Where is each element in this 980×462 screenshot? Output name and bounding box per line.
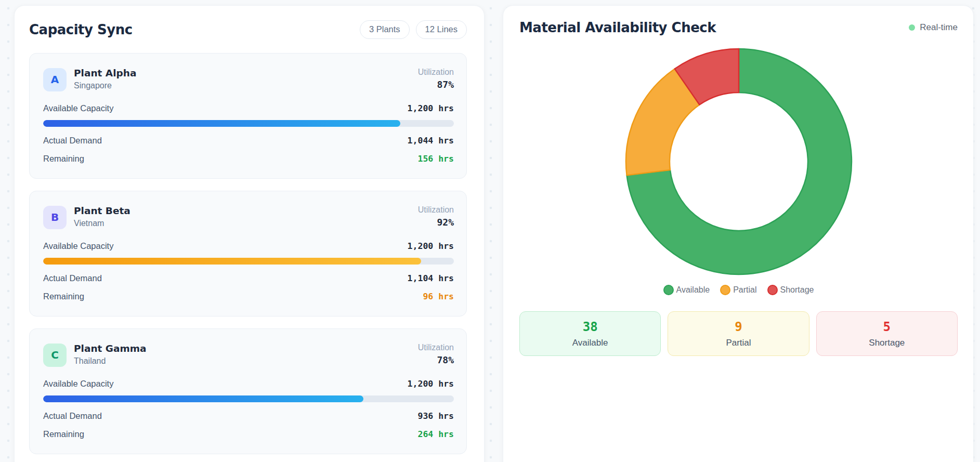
donut-chart[interactable] (619, 42, 858, 281)
remaining-row: Remaining 264 hrs (43, 429, 454, 439)
available-capacity-label: Available Capacity (43, 103, 113, 113)
available-capacity-label: Available Capacity (43, 379, 113, 389)
remaining-value: 264 hrs (417, 429, 454, 439)
plant-header: B Plant Beta Vietnam Utilization 92% (43, 205, 454, 229)
actual-demand-label: Actual Demand (43, 273, 102, 283)
legend-swatch-icon (663, 285, 674, 295)
utilization-progress-fill (43, 258, 421, 265)
availability-stats: 38 Available 9 Partial 5 Shortage (519, 311, 958, 356)
actual-demand-row: Actual Demand 1,044 hrs (43, 136, 454, 146)
plant-header: C Plant Gamma Thailand Utilization 78% (43, 343, 454, 367)
remaining-row: Remaining 156 hrs (43, 154, 454, 164)
material-availability-title: Material Availability Check (519, 20, 716, 35)
plant-name: Plant Gamma (74, 343, 147, 354)
shortage-stat-label: Shortage (869, 338, 905, 348)
plant-location: Thailand (74, 357, 147, 366)
utilization-label: Utilization (418, 343, 454, 352)
realtime-indicator: Real-time (909, 22, 958, 33)
utilization-label: Utilization (418, 205, 454, 215)
plant-identity: Plant Gamma Thailand (74, 343, 147, 366)
available-capacity-value: 1,200 hrs (408, 241, 454, 251)
plant-card-beta: B Plant Beta Vietnam Utilization 92% Ava… (29, 191, 467, 316)
lines-count-badge: 12 Lines (416, 20, 467, 39)
available-capacity-value: 1,200 hrs (408, 103, 454, 113)
chart-legend: AvailablePartialShortage (519, 285, 958, 295)
utilization-value: 87% (418, 79, 454, 90)
plant-avatar: B (43, 206, 67, 229)
plant-name: Plant Alpha (74, 68, 136, 78)
actual-demand-label: Actual Demand (43, 411, 102, 421)
plant-card-alpha: A Plant Alpha Singapore Utilization 87% … (29, 53, 467, 179)
remaining-label: Remaining (43, 429, 84, 439)
donut-chart-area (519, 42, 958, 281)
available-capacity-label: Available Capacity (43, 241, 113, 251)
stat-box-available: 38 Available (519, 311, 661, 356)
partial-stat-label: Partial (726, 338, 751, 348)
material-availability-header: Material Availability Check Real-time (519, 20, 958, 35)
utilization-block: Utilization 78% (418, 343, 454, 365)
utilization-block: Utilization 87% (418, 68, 454, 90)
available-capacity-row: Available Capacity 1,200 hrs (43, 379, 454, 389)
legend-label: Partial (733, 285, 756, 295)
legend-item-available[interactable]: Available (663, 285, 710, 295)
plant-identity: Plant Beta Vietnam (74, 205, 130, 228)
plant-header: A Plant Alpha Singapore Utilization 87% (43, 68, 454, 91)
legend-label: Shortage (780, 285, 814, 295)
plant-location: Vietnam (74, 219, 130, 228)
stat-box-partial: 9 Partial (668, 311, 809, 356)
utilization-progress-bar (43, 120, 454, 127)
actual-demand-value: 1,044 hrs (408, 136, 454, 146)
dashboard: Capacity Sync 3 Plants 12 Lines A Plant … (0, 0, 980, 462)
utilization-progress-fill (43, 120, 400, 127)
plant-card-gamma: C Plant Gamma Thailand Utilization 78% A… (29, 328, 467, 454)
realtime-label: Real-time (920, 22, 958, 33)
shortage-count: 5 (883, 320, 891, 334)
remaining-row: Remaining 96 hrs (43, 292, 454, 301)
utilization-label: Utilization (418, 68, 454, 77)
plant-avatar: A (43, 68, 67, 91)
stat-box-shortage: 5 Shortage (816, 311, 958, 356)
capacity-sync-card: Capacity Sync 3 Plants 12 Lines A Plant … (14, 5, 485, 462)
legend-swatch-icon (720, 285, 730, 295)
plant-identity: Plant Alpha Singapore (74, 68, 136, 90)
actual-demand-row: Actual Demand 936 hrs (43, 411, 454, 421)
actual-demand-value: 1,104 hrs (408, 273, 454, 283)
available-capacity-row: Available Capacity 1,200 hrs (43, 241, 454, 251)
capacity-sync-title: Capacity Sync (29, 22, 133, 37)
utilization-progress-bar (43, 395, 454, 402)
available-capacity-row: Available Capacity 1,200 hrs (43, 103, 454, 113)
capacity-badges: 3 Plants 12 Lines (360, 20, 467, 39)
legend-label: Available (676, 285, 710, 295)
actual-demand-row: Actual Demand 1,104 hrs (43, 273, 454, 283)
plant-name: Plant Beta (74, 205, 130, 216)
remaining-label: Remaining (43, 154, 84, 164)
available-stat-label: Available (572, 338, 608, 348)
available-capacity-value: 1,200 hrs (408, 379, 454, 389)
legend-item-partial[interactable]: Partial (720, 285, 756, 295)
plant-avatar: C (43, 344, 67, 367)
material-availability-card: Material Availability Check Real-time Av… (503, 5, 974, 462)
actual-demand-value: 936 hrs (417, 411, 454, 421)
realtime-dot-icon (909, 24, 915, 31)
legend-item-shortage[interactable]: Shortage (767, 285, 814, 295)
utilization-value: 78% (418, 354, 454, 365)
utilization-progress-fill (43, 395, 363, 402)
remaining-label: Remaining (43, 292, 84, 301)
legend-swatch-icon (767, 285, 778, 295)
plants-count-badge: 3 Plants (360, 20, 410, 39)
actual-demand-label: Actual Demand (43, 136, 102, 146)
utilization-block: Utilization 92% (418, 205, 454, 228)
plant-location: Singapore (74, 81, 136, 90)
utilization-value: 92% (418, 217, 454, 228)
remaining-value: 156 hrs (417, 154, 454, 164)
available-count: 38 (583, 320, 598, 334)
remaining-value: 96 hrs (423, 292, 454, 301)
plant-list: A Plant Alpha Singapore Utilization 87% … (29, 53, 467, 454)
partial-count: 9 (735, 320, 742, 334)
utilization-progress-bar (43, 258, 454, 265)
capacity-sync-header: Capacity Sync 3 Plants 12 Lines (29, 20, 467, 39)
